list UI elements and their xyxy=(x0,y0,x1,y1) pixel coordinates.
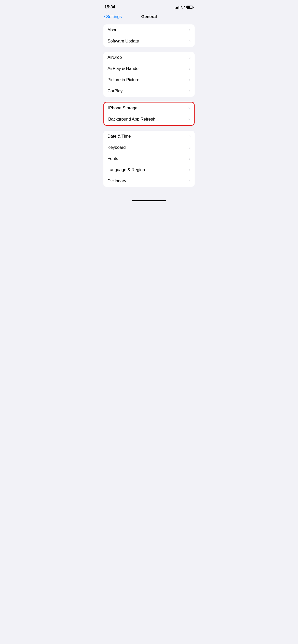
section-connectivity: AirDrop › AirPlay & Handoff › Picture in… xyxy=(103,52,195,97)
signal-icon xyxy=(175,6,179,9)
signal-bar-1 xyxy=(175,8,175,9)
carplay-label: CarPlay xyxy=(107,89,123,94)
picture-in-picture-label: Picture in Picture xyxy=(107,77,139,82)
nav-bar: ‹ Settings General xyxy=(99,12,199,22)
airplay-handoff-item[interactable]: AirPlay & Handoff › xyxy=(103,63,195,74)
language-region-label: Language & Region xyxy=(107,167,145,172)
dictionary-chevron-icon: › xyxy=(189,179,191,183)
airdrop-item[interactable]: AirDrop › xyxy=(103,52,195,63)
wifi-icon xyxy=(181,6,185,9)
keyboard-chevron-icon: › xyxy=(189,145,191,150)
background-app-refresh-item[interactable]: Background App Refresh › xyxy=(104,114,194,125)
software-update-item[interactable]: Software Update › xyxy=(103,36,195,47)
picture-in-picture-chevron-icon: › xyxy=(189,78,191,82)
dictionary-item[interactable]: Dictionary › xyxy=(103,175,195,187)
battery-icon xyxy=(186,6,194,9)
picture-in-picture-item[interactable]: Picture in Picture › xyxy=(103,74,195,85)
fonts-item[interactable]: Fonts › xyxy=(103,153,195,164)
page-title: General xyxy=(141,14,157,19)
background-app-refresh-label: Background App Refresh xyxy=(108,117,155,122)
battery-fill xyxy=(187,6,190,8)
signal-bar-2 xyxy=(176,7,177,9)
iphone-storage-chevron-icon: › xyxy=(188,106,190,110)
section-locale: Date & Time › Keyboard › Fonts › Languag… xyxy=(103,131,195,187)
keyboard-item[interactable]: Keyboard › xyxy=(103,142,195,153)
home-indicator xyxy=(99,198,199,203)
settings-content: About › Software Update › AirDrop › AirP… xyxy=(99,22,199,194)
background-app-refresh-chevron-icon: › xyxy=(188,117,190,121)
language-region-chevron-icon: › xyxy=(189,168,191,172)
signal-bar-4 xyxy=(179,6,179,9)
software-update-label: Software Update xyxy=(107,39,139,44)
back-label: Settings xyxy=(106,14,122,19)
airdrop-chevron-icon: › xyxy=(189,55,191,60)
status-icons xyxy=(175,6,194,9)
about-item[interactable]: About › xyxy=(103,24,195,36)
airplay-handoff-label: AirPlay & Handoff xyxy=(107,66,141,71)
signal-bar-3 xyxy=(177,7,178,9)
status-time: 15:34 xyxy=(104,5,115,10)
date-time-item[interactable]: Date & Time › xyxy=(103,131,195,142)
back-chevron-icon: ‹ xyxy=(103,14,105,19)
iphone-storage-label: iPhone Storage xyxy=(108,106,137,111)
back-button[interactable]: ‹ Settings xyxy=(103,14,122,19)
airdrop-label: AirDrop xyxy=(107,55,122,60)
language-region-item[interactable]: Language & Region › xyxy=(103,164,195,175)
about-label: About xyxy=(107,27,118,33)
keyboard-label: Keyboard xyxy=(107,145,126,150)
battery-body xyxy=(186,6,193,9)
about-chevron-icon: › xyxy=(189,28,191,32)
carplay-item[interactable]: CarPlay › xyxy=(103,85,195,97)
section-storage: iPhone Storage › Background App Refresh … xyxy=(103,102,195,126)
fonts-chevron-icon: › xyxy=(189,157,191,161)
battery-tip xyxy=(193,7,194,8)
section-about: About › Software Update › xyxy=(103,24,195,47)
carplay-chevron-icon: › xyxy=(189,89,191,93)
fonts-label: Fonts xyxy=(107,156,118,161)
iphone-storage-item[interactable]: iPhone Storage › xyxy=(104,103,194,114)
airplay-handoff-chevron-icon: › xyxy=(189,67,191,71)
software-update-chevron-icon: › xyxy=(189,39,191,43)
status-bar: 15:34 xyxy=(99,0,199,12)
home-bar xyxy=(132,200,166,201)
date-time-chevron-icon: › xyxy=(189,134,191,138)
date-time-label: Date & Time xyxy=(107,134,131,139)
dictionary-label: Dictionary xyxy=(107,179,126,184)
